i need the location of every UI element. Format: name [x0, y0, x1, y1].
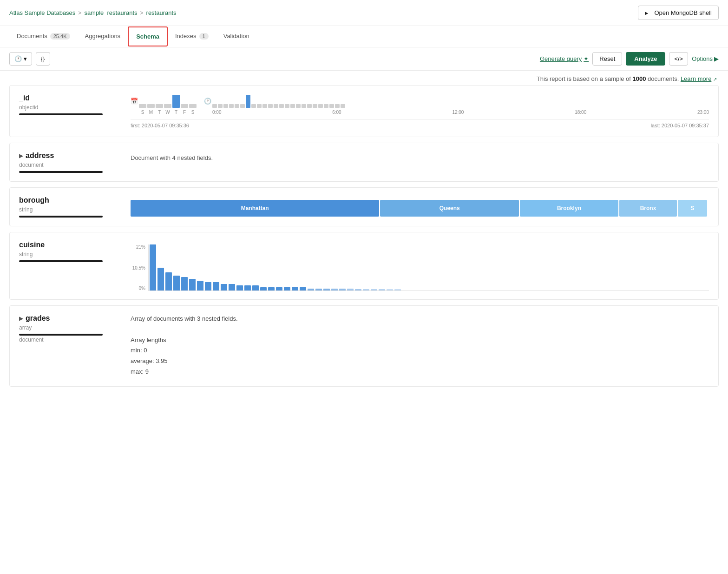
field-card-address: ▶ address document Document with 4 neste…	[9, 143, 719, 182]
tab-validation-label: Validation	[223, 33, 249, 40]
cuisine-bar-17	[284, 287, 290, 290]
field-meta-id: _id objectid	[19, 94, 121, 115]
borough-brooklyn[interactable]: Brooklyn	[520, 200, 618, 217]
hour-label-18: 18:00	[575, 110, 586, 115]
grades-desc-line-5: max: 9	[131, 367, 709, 377]
tab-indexes[interactable]: Indexes 1	[168, 26, 216, 47]
cuisine-bar-5	[189, 279, 196, 290]
borough-brooklyn-label: Brooklyn	[557, 205, 581, 211]
hour-bar-13	[285, 104, 289, 108]
field-name-grades: ▶ grades	[19, 314, 121, 323]
hour-bar-5	[240, 104, 245, 108]
clock-filter-button[interactable]: 🕐 ▾	[9, 52, 32, 66]
cuisine-bar-7	[205, 282, 211, 290]
field-card-borough: borough string Manhattan Queens Brooklyn	[9, 187, 719, 226]
field-bar-id	[19, 113, 103, 115]
breadcrumb-sep-1: >	[78, 10, 81, 16]
hour-bar-4	[235, 104, 239, 108]
grades-desc-line-3: min: 0	[131, 346, 709, 356]
cuisine-bar-16	[276, 287, 282, 290]
breadcrumb-sample-restaurants[interactable]: sample_restaurants	[84, 9, 137, 16]
options-label: Options	[692, 55, 713, 62]
dropdown-arrow-icon: ▾	[24, 55, 27, 62]
borough-staten-label: S	[690, 205, 694, 211]
cuisine-chart-area	[148, 244, 709, 291]
cuisine-chart-wrapper: 21% 10.5% 0%	[131, 244, 709, 291]
analyze-button[interactable]: Analyze	[626, 52, 665, 66]
field-type-cuisine: string	[19, 251, 121, 257]
field-bar-cuisine	[19, 260, 103, 262]
cuisine-bar-25	[347, 289, 354, 290]
day-label-s2: S	[189, 110, 197, 115]
sample-info: This report is based on a sample of 1000…	[0, 71, 728, 85]
day-label-w: W	[164, 110, 171, 115]
tab-documents[interactable]: Documents 25.4K	[9, 26, 78, 47]
options-arrow-icon: ▶	[714, 55, 719, 62]
generate-query-link[interactable]: Generate query ✦	[540, 55, 589, 62]
cuisine-bar-13	[252, 285, 259, 290]
hour-bar-12	[279, 104, 284, 108]
field-name-borough: borough	[19, 196, 121, 205]
main-content: _id objectid 📅	[0, 85, 728, 402]
tab-aggregations[interactable]: Aggregations	[78, 26, 128, 47]
learn-more-link[interactable]: Learn more	[681, 75, 711, 82]
tab-bar: Documents 25.4K Aggregations Schema Inde…	[0, 26, 728, 47]
cuisine-bar-26	[355, 289, 361, 290]
breadcrumb-restaurants[interactable]: restaurants	[146, 9, 177, 16]
cuisine-bar-30	[387, 289, 393, 290]
field-bar-address	[19, 171, 103, 173]
field-viz-borough: Manhattan Queens Brooklyn Bronx S	[131, 196, 709, 217]
hour-label-23: 23:00	[697, 110, 709, 115]
field-row-cuisine: cuisine string 21% 10.5% 0%	[19, 241, 709, 291]
borough-bronx[interactable]: Bronx	[619, 200, 677, 217]
address-doc-text: Document with 4 nested fields.	[131, 154, 213, 161]
grades-desc-line-4: average: 3.95	[131, 356, 709, 366]
field-viz-address: Document with 4 nested fields.	[131, 152, 709, 161]
toolbar-right: Generate query ✦ Reset Analyze </> Optio…	[540, 52, 719, 66]
tab-schema[interactable]: Schema	[128, 26, 168, 46]
sample-count: 1000	[633, 75, 646, 82]
day-label-t2: T	[172, 110, 180, 115]
grades-expand-icon[interactable]: ▶	[19, 316, 23, 322]
day-chart: 📅 S	[131, 94, 197, 115]
borough-manhattan[interactable]: Manhattan	[131, 200, 379, 217]
field-bar-borough	[19, 216, 103, 218]
hour-chart: 🕐	[204, 94, 709, 115]
cuisine-bar-11	[236, 285, 243, 290]
field-row-grades: ▶ grades array document Array of documen…	[19, 314, 709, 378]
day-bar-s2	[189, 104, 197, 108]
cuisine-bar-27	[363, 289, 369, 290]
reset-button[interactable]: Reset	[592, 52, 622, 66]
field-card-cuisine: cuisine string 21% 10.5% 0%	[9, 232, 719, 300]
tab-indexes-label: Indexes	[175, 33, 197, 40]
breadcrumb-atlas[interactable]: Atlas Sample Databases	[9, 9, 75, 16]
hour-label-6: 6:00	[332, 110, 341, 115]
braces-button[interactable]: {}	[36, 52, 50, 66]
time-range-container: first: 2020-05-07 09:35:36 last: 2020-05…	[131, 119, 709, 128]
field-type-grades-array: array	[19, 324, 121, 331]
options-button[interactable]: Options ▶	[692, 55, 719, 62]
borough-staten[interactable]: S	[678, 200, 707, 217]
cuisine-bar-24	[339, 289, 346, 290]
hour-bar-17	[307, 104, 312, 108]
open-shell-button[interactable]: ▶_ Open MongoDB shell	[638, 6, 719, 20]
generate-query-icon: ✦	[584, 55, 589, 62]
time-last: last: 2020-05-07 09:35:37	[651, 123, 709, 128]
address-expand-icon[interactable]: ▶	[19, 153, 23, 159]
cuisine-bar-28	[371, 289, 377, 290]
borough-queens[interactable]: Queens	[380, 200, 519, 217]
cuisine-bar-0	[150, 244, 156, 290]
grades-desc-line-1	[131, 325, 709, 335]
generate-query-label: Generate query	[540, 55, 582, 62]
code-button[interactable]: </>	[669, 52, 688, 66]
day-label-t1: T	[156, 110, 163, 115]
hour-bar-21	[329, 104, 334, 108]
hour-bar-20	[324, 104, 328, 108]
hour-bar-10	[268, 104, 273, 108]
cuisine-bar-8	[213, 282, 219, 290]
sample-info-suffix: documents.	[648, 75, 679, 82]
borough-bar-chart: Manhattan Queens Brooklyn Bronx S	[131, 200, 709, 217]
field-viz-grades: Array of documents with 3 nested fields.…	[131, 314, 709, 378]
tab-validation[interactable]: Validation	[216, 26, 257, 47]
cuisine-y-mid: 10.5%	[131, 265, 145, 271]
